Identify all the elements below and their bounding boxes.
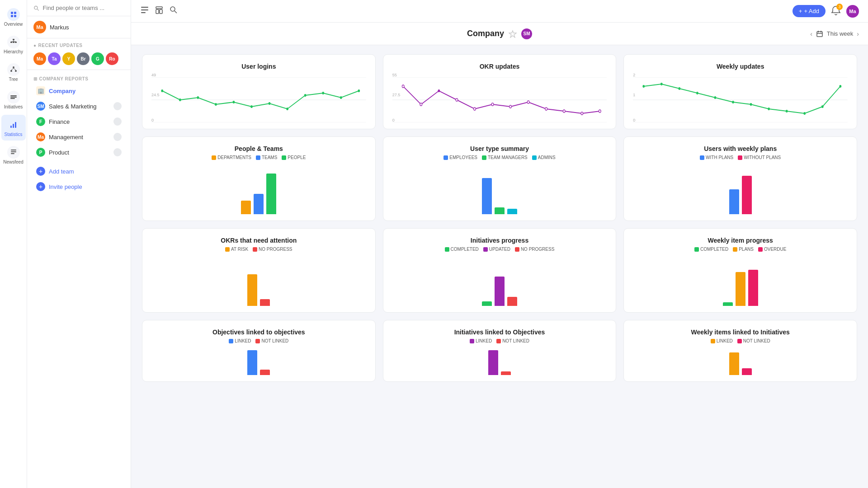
sidebar-item-statistics[interactable]: Statistics [1, 115, 26, 141]
chart-initiatives-progress: Initiatives progress COMPLETED UPDATED N… [383, 228, 617, 313]
chart-area: 49 24.5 0 [151, 73, 366, 122]
management-avatar: Ma [36, 132, 45, 141]
svg-point-42 [161, 89, 163, 92]
prev-week-button[interactable]: ‹ [810, 30, 812, 38]
svg-rect-3 [14, 15, 16, 17]
svg-point-65 [545, 108, 547, 110]
calendar-icon [816, 30, 823, 38]
legend-item: PLANS [733, 247, 754, 252]
legend-item: TEAMS [256, 155, 277, 160]
legend-label: AT RISK [231, 247, 248, 252]
initiatives-label: Initiatives [4, 104, 23, 109]
bar [482, 178, 492, 214]
avatar[interactable]: Ro [106, 52, 118, 65]
notifications[interactable]: 3 [831, 5, 841, 17]
legend-dot [532, 155, 537, 160]
chart-weekly-item-progress: Weekly item progress COMPLETED PLANS OVE… [623, 228, 857, 313]
star-icon[interactable] [509, 30, 517, 38]
page-header: Company SM ‹ This week › [131, 23, 868, 45]
legend-dot [733, 247, 737, 252]
invite-people-action[interactable]: + Invite people [30, 179, 128, 194]
svg-rect-31 [160, 9, 162, 14]
chart-title: People & Teams [151, 145, 366, 152]
legend-item: NOT LINKED [496, 338, 529, 343]
chart-users-weekly-plans: Users with weekly plans WITH PLANS WITHO… [623, 136, 857, 221]
legend-dot [700, 155, 704, 160]
overview-icon [7, 8, 20, 21]
svg-point-24 [34, 6, 38, 9]
tree-label: Tree [9, 77, 18, 82]
hierarchy-icon [7, 36, 20, 48]
search-input[interactable] [43, 5, 124, 11]
bar [501, 371, 511, 375]
svg-point-58 [420, 103, 422, 106]
nav-item-sales[interactable]: SM Sales & Marketing [30, 99, 128, 114]
svg-line-25 [38, 9, 39, 10]
avatar[interactable]: Br [77, 52, 90, 65]
nav-item-management[interactable]: Ma Management [30, 129, 128, 145]
next-week-button[interactable]: › [857, 30, 859, 38]
legend-dot [482, 155, 486, 160]
week-label[interactable]: This week [827, 30, 854, 37]
hierarchy-label: Hierarchy [4, 49, 23, 54]
chart-area: 2 1 0 [633, 73, 848, 122]
avatar[interactable]: Ma [33, 52, 46, 65]
legend-dot [737, 339, 742, 343]
legend-label: UPDATED [489, 247, 510, 252]
menu-icon[interactable] [140, 5, 149, 17]
svg-point-81 [804, 112, 806, 115]
layout-icon[interactable] [155, 5, 164, 17]
svg-rect-18 [10, 126, 12, 128]
avatar[interactable]: Y [62, 52, 75, 65]
sidebar-item-tree[interactable]: Tree [1, 60, 26, 85]
newsfeed-icon [7, 146, 20, 159]
chart-initiatives-linked-objectives: Initiatives linked to Objectives LINKED … [383, 320, 617, 382]
user-avatar[interactable]: Ma [846, 5, 859, 18]
legend-dot [445, 247, 449, 252]
bar [723, 302, 733, 306]
nav-item-company[interactable]: 🏢 Company [30, 83, 128, 99]
avatar[interactable]: Ta [48, 52, 61, 65]
chart-title: User logins [151, 63, 366, 70]
sidebar-item-overview[interactable]: Overview [1, 5, 26, 30]
chart-legend: LINKED NOT LINKED [633, 338, 848, 343]
sidebar-item-initiatives[interactable]: Initiatives [1, 87, 26, 113]
legend-dot [253, 247, 257, 252]
bar [736, 272, 745, 306]
legend-label: LINKED [235, 338, 251, 343]
svg-point-75 [696, 92, 698, 94]
bar [247, 350, 257, 375]
search-area[interactable] [27, 0, 131, 16]
bar [254, 194, 264, 214]
sidebar-item-hierarchy[interactable]: Hierarchy [1, 32, 26, 58]
legend-label: DEPARTMENTS [217, 155, 251, 160]
svg-rect-19 [13, 124, 14, 128]
avatar[interactable]: G [91, 52, 104, 65]
add-team-action[interactable]: + Add team [30, 164, 128, 179]
svg-rect-30 [156, 9, 159, 14]
legend-dot [282, 155, 286, 160]
chart-weekly-updates: Weekly updates 2 1 0 [623, 54, 857, 129]
legend-dot [758, 247, 763, 252]
bar [260, 299, 270, 306]
overview-label: Overview [4, 22, 23, 27]
legend-label: LINKED [476, 338, 492, 343]
y-label-top: 2 [633, 73, 635, 77]
bar [495, 207, 505, 214]
legend-label: TEAMS [262, 155, 277, 160]
nav-item-finance[interactable]: F Finance [30, 114, 128, 129]
chart-legend: DEPARTMENTS TEAMS PEOPLE [151, 155, 366, 160]
add-button[interactable]: + + Add [793, 5, 826, 17]
sidebar-item-newsfeed[interactable]: Newsfeed [1, 142, 26, 168]
badge [113, 102, 122, 110]
chart-area [392, 348, 607, 375]
svg-rect-27 [141, 9, 148, 10]
search-icon[interactable] [169, 5, 178, 17]
svg-point-47 [250, 105, 253, 108]
svg-point-72 [643, 85, 645, 88]
nav-item-product[interactable]: P Product [30, 145, 128, 160]
bar [266, 174, 276, 214]
avatar: Ma [33, 21, 46, 33]
legend-label: EMPLOYEES [449, 155, 477, 160]
chart-okrs-attention: OKRs that need attention AT RISK NO PROG… [142, 228, 376, 313]
